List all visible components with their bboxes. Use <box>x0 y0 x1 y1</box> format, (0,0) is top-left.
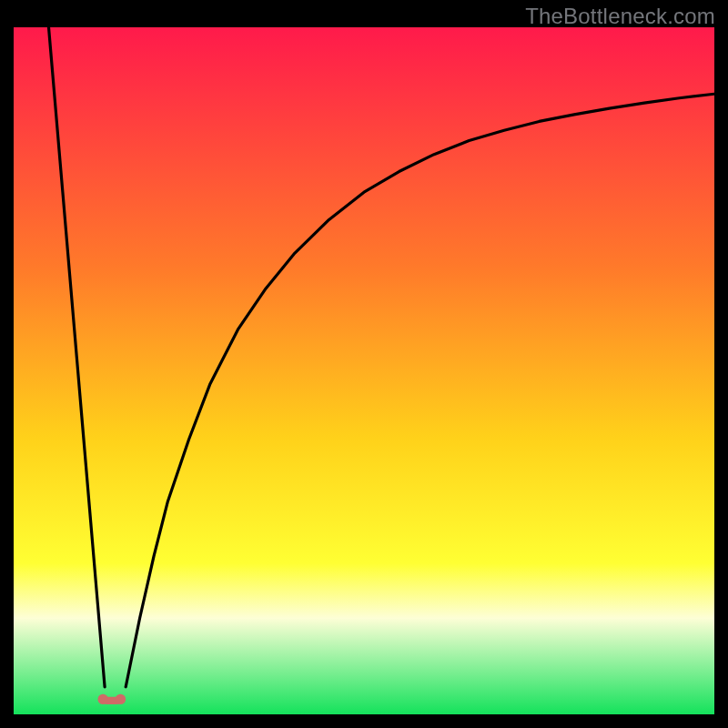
bottleneck-chart <box>14 27 714 714</box>
chart-frame <box>14 27 714 714</box>
svg-point-1 <box>98 694 108 704</box>
gradient-background <box>14 27 714 714</box>
watermark-text: TheBottleneck.com <box>525 4 715 29</box>
svg-point-2 <box>116 694 126 704</box>
